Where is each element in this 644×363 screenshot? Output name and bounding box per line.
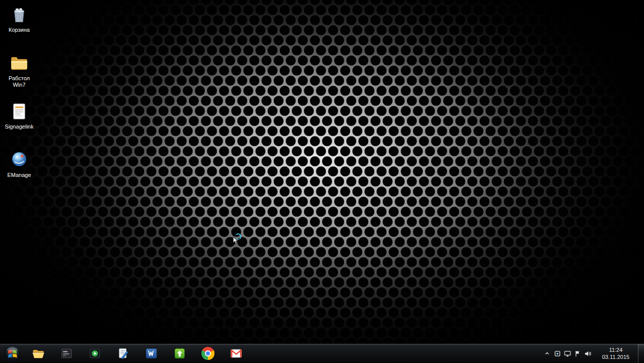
tray-app-icon [554, 350, 561, 357]
google-chrome-icon [201, 347, 214, 360]
chevron-up-icon [544, 350, 550, 356]
taskbar-media-app-button[interactable] [81, 344, 109, 363]
desktop-icon-label: Signagelink [3, 124, 35, 130]
speaker-icon [584, 350, 592, 357]
desktop-icon-label: Рабстол Win7 [3, 75, 35, 88]
show-hidden-icons-button[interactable] [542, 346, 552, 360]
desktop-icon-recycle-bin[interactable]: Корзина [3, 4, 35, 50]
windows-explorer-icon [31, 346, 45, 360]
recycle-bin-icon [9, 4, 30, 25]
volume-button[interactable] [582, 346, 593, 360]
taskbar-clock[interactable]: 11:24 03.11.2015 [597, 346, 635, 360]
busy-cursor [233, 232, 245, 245]
dark-app-icon [60, 346, 74, 360]
desktop-wallpaper: Корзина Рабстол Win7 [0, 0, 644, 344]
arrow-cursor-icon [233, 237, 238, 245]
desktop-icon-label: Корзина [3, 27, 35, 33]
text-editor-pen-icon [116, 346, 130, 360]
show-desktop-button[interactable] [638, 344, 644, 363]
taskbar: 11:24 03.11.2015 [0, 344, 644, 363]
taskbar-word-button[interactable] [137, 344, 166, 363]
display-network-icon [564, 350, 571, 357]
flag-icon [574, 350, 581, 357]
media-app-icon [88, 346, 102, 360]
desktop-icon-label: EManage [3, 172, 35, 178]
taskbar-dark-app-button[interactable] [52, 344, 81, 363]
start-button[interactable] [0, 344, 24, 363]
desktop-icon-emanage[interactable]: EManage [3, 149, 35, 196]
folder-icon [9, 52, 30, 74]
taskbar-green-arrow-app-button[interactable] [166, 344, 194, 363]
network-status-button[interactable] [562, 346, 572, 360]
taskbar-explorer-button[interactable] [24, 344, 52, 363]
taskbar-gmail-button[interactable] [222, 344, 250, 363]
clock-date: 03.11.2015 [597, 353, 635, 360]
desktop-icon-rabstol-win7[interactable]: Рабстол Win7 [3, 52, 35, 99]
gmail-icon [229, 346, 243, 360]
desktop-icon-signagelink[interactable]: Signagelink [3, 101, 35, 147]
taskbar-text-editor-button[interactable] [109, 344, 137, 363]
desktop-icon-column: Корзина Рабстол Win7 [3, 4, 35, 198]
green-arrow-app-icon [173, 346, 187, 360]
system-tray: 11:24 03.11.2015 [542, 344, 644, 363]
clock-time: 11:24 [597, 346, 635, 353]
windows-start-orb-icon [4, 345, 21, 362]
emanage-app-icon [9, 149, 30, 170]
action-center-button[interactable] [572, 346, 582, 360]
document-icon [9, 101, 30, 122]
taskbar-chrome-button[interactable] [194, 344, 222, 363]
tray-app-button[interactable] [552, 346, 562, 360]
microsoft-word-icon [144, 346, 158, 360]
